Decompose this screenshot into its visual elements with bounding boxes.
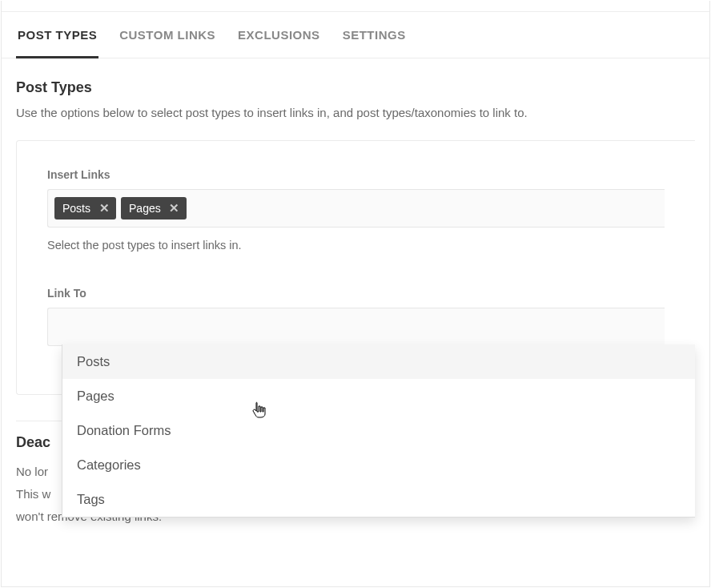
- tab-post-types[interactable]: POST TYPES: [16, 12, 98, 58]
- tab-exclusions[interactable]: EXCLUSIONS: [236, 12, 322, 58]
- tag-label: Pages: [129, 202, 161, 215]
- link-to-dropdown: Posts Pages Donation Forms Categories Ta…: [62, 344, 695, 518]
- section-description: Use the options below to select post typ…: [16, 106, 695, 119]
- insert-links-help: Select the post types to insert links in…: [47, 239, 665, 252]
- tag-posts: Posts ✕: [54, 197, 116, 219]
- tabs-nav: POST TYPES CUSTOM LINKS EXCLUSIONS SETTI…: [2, 12, 709, 58]
- settings-panel: Insert Links Posts ✕ Pages ✕ Select the …: [16, 140, 695, 395]
- insert-links-label: Insert Links: [47, 168, 665, 181]
- tag-pages: Pages ✕: [121, 197, 187, 219]
- close-icon[interactable]: ✕: [97, 201, 111, 215]
- tab-settings[interactable]: SETTINGS: [341, 12, 408, 58]
- tag-label: Posts: [62, 202, 90, 215]
- dropdown-option-tags[interactable]: Tags: [62, 482, 695, 517]
- insert-links-input[interactable]: Posts ✕ Pages ✕: [47, 189, 665, 228]
- tab-custom-links[interactable]: CUSTOM LINKS: [118, 12, 217, 58]
- dropdown-option-categories[interactable]: Categories: [62, 448, 695, 482]
- link-to-input[interactable]: [47, 308, 665, 346]
- dropdown-option-donation-forms[interactable]: Donation Forms: [62, 413, 695, 448]
- dropdown-option-pages[interactable]: Pages: [62, 379, 695, 413]
- link-to-label: Link To: [47, 287, 665, 300]
- section-title: Post Types: [16, 79, 695, 96]
- dropdown-option-posts[interactable]: Posts: [62, 344, 695, 379]
- close-icon[interactable]: ✕: [167, 201, 182, 215]
